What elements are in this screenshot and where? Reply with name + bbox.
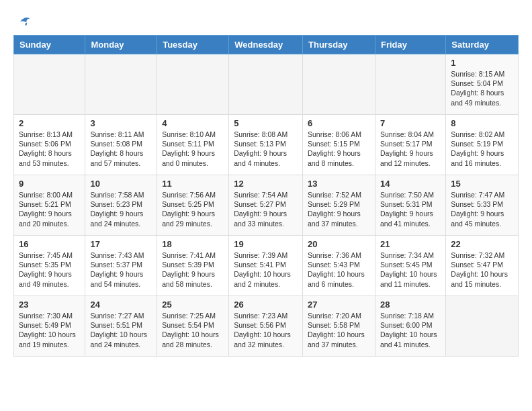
calendar-cell: 16Sunrise: 7:45 AM Sunset: 5:35 PM Dayli… xyxy=(14,236,85,296)
day-number: 16 xyxy=(19,239,80,249)
calendar-cell: 17Sunrise: 7:43 AM Sunset: 5:37 PM Dayli… xyxy=(85,236,157,296)
day-number: 23 xyxy=(19,300,80,310)
calendar-header-row: SundayMondayTuesdayWednesdayThursdayFrid… xyxy=(14,36,519,54)
calendar-cell: 8Sunrise: 8:02 AM Sunset: 5:19 PM Daylig… xyxy=(446,115,519,175)
day-info: Sunrise: 7:54 AM Sunset: 5:27 PM Dayligh… xyxy=(234,190,298,228)
calendar-cell: 2Sunrise: 8:13 AM Sunset: 5:06 PM Daylig… xyxy=(14,115,85,175)
day-number: 20 xyxy=(308,239,370,249)
day-info: Sunrise: 8:00 AM Sunset: 5:21 PM Dayligh… xyxy=(19,190,80,228)
day-info: Sunrise: 7:50 AM Sunset: 5:31 PM Dayligh… xyxy=(380,190,441,228)
day-info: Sunrise: 7:18 AM Sunset: 6:00 PM Dayligh… xyxy=(380,311,441,349)
calendar-table: SundayMondayTuesdayWednesdayThursdayFrid… xyxy=(13,35,519,357)
day-info: Sunrise: 8:06 AM Sunset: 5:15 PM Dayligh… xyxy=(308,130,370,168)
day-info: Sunrise: 7:52 AM Sunset: 5:29 PM Dayligh… xyxy=(308,190,370,228)
day-number: 18 xyxy=(162,239,224,249)
calendar-cell: 7Sunrise: 8:04 AM Sunset: 5:17 PM Daylig… xyxy=(375,115,445,175)
calendar-week-1: 1Sunrise: 8:15 AM Sunset: 5:04 PM Daylig… xyxy=(14,54,519,115)
calendar-cell: 3Sunrise: 8:11 AM Sunset: 5:08 PM Daylig… xyxy=(85,115,157,175)
calendar-cell: 21Sunrise: 7:34 AM Sunset: 5:45 PM Dayli… xyxy=(375,236,445,296)
calendar-cell: 5Sunrise: 8:08 AM Sunset: 5:13 PM Daylig… xyxy=(229,115,303,175)
day-info: Sunrise: 8:02 AM Sunset: 5:19 PM Dayligh… xyxy=(451,130,513,168)
day-number: 8 xyxy=(451,118,513,128)
calendar-cell xyxy=(446,296,519,357)
day-number: 14 xyxy=(380,179,441,189)
day-info: Sunrise: 7:41 AM Sunset: 5:39 PM Dayligh… xyxy=(162,250,224,289)
calendar-cell: 13Sunrise: 7:52 AM Sunset: 5:29 PM Dayli… xyxy=(303,175,375,236)
day-number: 12 xyxy=(234,179,298,189)
calendar-cell xyxy=(229,54,303,115)
calendar-cell: 1Sunrise: 8:15 AM Sunset: 5:04 PM Daylig… xyxy=(446,54,519,115)
day-header-friday: Friday xyxy=(375,36,445,54)
day-header-sunday: Sunday xyxy=(14,36,85,54)
day-header-saturday: Saturday xyxy=(446,36,519,54)
day-info: Sunrise: 7:36 AM Sunset: 5:43 PM Dayligh… xyxy=(308,250,370,289)
calendar-cell xyxy=(157,54,229,115)
day-number: 11 xyxy=(162,179,224,189)
day-number: 3 xyxy=(90,118,152,128)
day-info: Sunrise: 7:23 AM Sunset: 5:56 PM Dayligh… xyxy=(234,311,298,349)
calendar-cell: 20Sunrise: 7:36 AM Sunset: 5:43 PM Dayli… xyxy=(303,236,375,296)
calendar-week-4: 16Sunrise: 7:45 AM Sunset: 5:35 PM Dayli… xyxy=(14,236,519,296)
calendar-cell: 6Sunrise: 8:06 AM Sunset: 5:15 PM Daylig… xyxy=(303,115,375,175)
day-info: Sunrise: 7:39 AM Sunset: 5:41 PM Dayligh… xyxy=(234,250,298,289)
calendar-week-5: 23Sunrise: 7:30 AM Sunset: 5:49 PM Dayli… xyxy=(14,296,519,357)
calendar-week-3: 9Sunrise: 8:00 AM Sunset: 5:21 PM Daylig… xyxy=(14,175,519,236)
calendar-cell: 24Sunrise: 7:27 AM Sunset: 5:51 PM Dayli… xyxy=(85,296,157,357)
page-header xyxy=(13,13,519,30)
calendar-cell: 25Sunrise: 7:25 AM Sunset: 5:54 PM Dayli… xyxy=(157,296,229,357)
day-number: 6 xyxy=(308,118,370,128)
calendar-cell: 11Sunrise: 7:56 AM Sunset: 5:25 PM Dayli… xyxy=(157,175,229,236)
calendar-cell: 4Sunrise: 8:10 AM Sunset: 5:11 PM Daylig… xyxy=(157,115,229,175)
calendar-cell: 19Sunrise: 7:39 AM Sunset: 5:41 PM Dayli… xyxy=(229,236,303,296)
day-info: Sunrise: 7:25 AM Sunset: 5:54 PM Dayligh… xyxy=(162,311,224,349)
logo xyxy=(13,13,31,30)
day-info: Sunrise: 7:27 AM Sunset: 5:51 PM Dayligh… xyxy=(90,311,152,349)
day-number: 10 xyxy=(90,179,152,189)
day-info: Sunrise: 7:32 AM Sunset: 5:47 PM Dayligh… xyxy=(451,250,513,289)
calendar-cell: 14Sunrise: 7:50 AM Sunset: 5:31 PM Dayli… xyxy=(375,175,445,236)
calendar-cell xyxy=(14,54,85,115)
day-number: 7 xyxy=(380,118,441,128)
day-header-thursday: Thursday xyxy=(303,36,375,54)
day-header-tuesday: Tuesday xyxy=(157,36,229,54)
day-info: Sunrise: 7:58 AM Sunset: 5:23 PM Dayligh… xyxy=(90,190,152,228)
day-number: 5 xyxy=(234,118,298,128)
calendar-cell: 9Sunrise: 8:00 AM Sunset: 5:21 PM Daylig… xyxy=(14,175,85,236)
day-number: 13 xyxy=(308,179,370,189)
day-number: 28 xyxy=(380,300,441,310)
calendar-cell: 18Sunrise: 7:41 AM Sunset: 5:39 PM Dayli… xyxy=(157,236,229,296)
day-info: Sunrise: 8:13 AM Sunset: 5:06 PM Dayligh… xyxy=(19,130,80,168)
day-info: Sunrise: 7:45 AM Sunset: 5:35 PM Dayligh… xyxy=(19,250,80,289)
calendar-cell xyxy=(85,54,157,115)
day-number: 9 xyxy=(19,179,80,189)
calendar-cell: 10Sunrise: 7:58 AM Sunset: 5:23 PM Dayli… xyxy=(85,175,157,236)
logo-bird-icon xyxy=(15,13,31,30)
day-info: Sunrise: 8:10 AM Sunset: 5:11 PM Dayligh… xyxy=(162,130,224,168)
calendar-cell: 28Sunrise: 7:18 AM Sunset: 6:00 PM Dayli… xyxy=(375,296,445,357)
day-info: Sunrise: 7:47 AM Sunset: 5:33 PM Dayligh… xyxy=(451,190,513,228)
day-number: 27 xyxy=(308,300,370,310)
day-info: Sunrise: 8:11 AM Sunset: 5:08 PM Dayligh… xyxy=(90,130,152,168)
day-header-wednesday: Wednesday xyxy=(229,36,303,54)
calendar-cell: 22Sunrise: 7:32 AM Sunset: 5:47 PM Dayli… xyxy=(446,236,519,296)
day-info: Sunrise: 7:56 AM Sunset: 5:25 PM Dayligh… xyxy=(162,190,224,228)
day-number: 17 xyxy=(90,239,152,249)
calendar-cell xyxy=(303,54,375,115)
day-info: Sunrise: 7:34 AM Sunset: 5:45 PM Dayligh… xyxy=(380,250,441,289)
calendar-cell: 15Sunrise: 7:47 AM Sunset: 5:33 PM Dayli… xyxy=(446,175,519,236)
day-number: 21 xyxy=(380,239,441,249)
day-info: Sunrise: 7:20 AM Sunset: 5:58 PM Dayligh… xyxy=(308,311,370,349)
day-info: Sunrise: 7:43 AM Sunset: 5:37 PM Dayligh… xyxy=(90,250,152,289)
day-number: 1 xyxy=(451,58,513,68)
calendar-cell: 23Sunrise: 7:30 AM Sunset: 5:49 PM Dayli… xyxy=(14,296,85,357)
calendar-cell: 26Sunrise: 7:23 AM Sunset: 5:56 PM Dayli… xyxy=(229,296,303,357)
day-number: 24 xyxy=(90,300,152,310)
day-number: 15 xyxy=(451,179,513,189)
day-number: 4 xyxy=(162,118,224,128)
calendar-cell: 12Sunrise: 7:54 AM Sunset: 5:27 PM Dayli… xyxy=(229,175,303,236)
day-info: Sunrise: 8:15 AM Sunset: 5:04 PM Dayligh… xyxy=(451,69,513,107)
calendar-week-2: 2Sunrise: 8:13 AM Sunset: 5:06 PM Daylig… xyxy=(14,115,519,175)
calendar-cell xyxy=(375,54,445,115)
calendar-cell: 27Sunrise: 7:20 AM Sunset: 5:58 PM Dayli… xyxy=(303,296,375,357)
day-number: 25 xyxy=(162,300,224,310)
